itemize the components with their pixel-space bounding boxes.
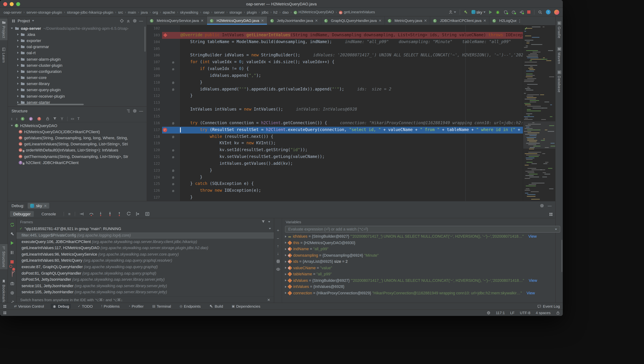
profiler-button[interactable] [511, 10, 516, 14]
fold-marker-icon[interactable] [172, 122, 174, 124]
drop-frame-icon[interactable] [126, 212, 131, 216]
pause-icon[interactable] [11, 249, 13, 256]
debug-button[interactable] [496, 10, 500, 14]
gutter-zone[interactable] [162, 93, 180, 100]
evaluate-expression-input[interactable]: Evaluate expression (⏎) or add a watch (… [285, 226, 560, 232]
step-out-icon[interactable] [117, 212, 122, 216]
editor-line-124[interactable]: 124 } [147, 174, 523, 181]
tree-folder-row[interactable]: exporter [8, 38, 147, 44]
toolwindow-button-build[interactable]: Build [208, 304, 225, 309]
settings-icon[interactable] [133, 19, 137, 23]
collapse-all-icon[interactable] [126, 19, 130, 23]
view-link[interactable]: View [528, 233, 537, 240]
chevron-down-icon[interactable] [11, 125, 13, 126]
tree-folder-row[interactable]: server-core [8, 74, 147, 80]
line-number[interactable]: 117 [147, 126, 162, 133]
editor-line-111[interactable]: 111 idValues.append("'").append(ids.get(… [147, 86, 523, 93]
editor-line-126[interactable]: 126 throw new IOException(e); [147, 188, 523, 194]
stripe-button-learn[interactable]: Learn [0, 46, 8, 64]
stripe-button-bookmarks[interactable]: Bookmarks [0, 278, 8, 306]
fold-marker-icon[interactable] [172, 149, 174, 152]
chevron-right-icon[interactable] [285, 236, 286, 238]
code-text[interactable] [180, 100, 523, 106]
duplicate-icon[interactable] [276, 259, 280, 264]
stop-icon[interactable] [11, 258, 14, 265]
code-text[interactable]: intValues.getValues().add(kv); [180, 160, 523, 167]
line-number[interactable]: 105 [147, 46, 162, 52]
code-text[interactable] [180, 113, 523, 120]
editor-line-115[interactable]: 115 [147, 113, 523, 120]
stripe-button-structure[interactable]: Structure [0, 244, 8, 269]
folder-icon[interactable] [21, 94, 25, 98]
chevron-right-icon[interactable] [17, 46, 19, 48]
gutter-zone[interactable] [162, 66, 180, 72]
gutter-zone[interactable] [162, 154, 180, 160]
stack-frame-row[interactable]: execute:87, GraphQLQueryHandler (org.apa… [17, 264, 274, 270]
structure-member-row[interactable]: morderWithDefault0(IntValues, List<Strin… [8, 147, 147, 153]
stack-frame-row[interactable]: service:101, JettyJsonHandler (org.apach… [17, 283, 274, 289]
lock-icon[interactable] [556, 311, 560, 315]
remove-watch-icon[interactable]: − [277, 236, 279, 240]
variable-row[interactable]: valueCName = "value" [282, 265, 563, 271]
fold-marker-icon[interactable] [172, 183, 174, 186]
gutter-zone[interactable] [162, 32, 180, 39]
gutter-zone[interactable] [162, 79, 180, 86]
code-text[interactable]: String tableName = ModelName.build(downs… [180, 38, 523, 46]
build-project-button[interactable] [463, 10, 468, 14]
gutter-zone[interactable] [162, 38, 180, 46]
show-execution-point-icon[interactable] [79, 212, 85, 216]
horizontal-scrollbar[interactable] [17, 104, 84, 105]
chevron-right-icon[interactable] [285, 248, 286, 250]
chevron-right-icon[interactable] [285, 267, 286, 269]
chevron-right-icon[interactable] [285, 273, 286, 275]
close-icon[interactable]: ✕ [261, 19, 264, 22]
close-icon[interactable]: ✕ [201, 19, 204, 22]
close-icon[interactable]: ✕ [315, 19, 318, 22]
variable-row[interactable]: connection = {HikariProxyConnection@6929… [282, 290, 563, 296]
settings-icon[interactable] [133, 109, 137, 113]
gutter-zone[interactable] [162, 86, 180, 93]
chevron-right-icon[interactable] [285, 292, 286, 294]
sort-alpha-icon[interactable]: ↕ [11, 117, 13, 120]
tree-folder-row[interactable]: oal-rt [8, 50, 147, 56]
stack-frame-row[interactable]: getLinearIntValues:60, MetricQuery (org.… [17, 258, 274, 264]
gutter-zone[interactable] [162, 25, 180, 32]
tree-folder-row[interactable]: server-configuration [8, 68, 147, 74]
code-text[interactable]: try (ResultSet resultSet = h2Client.exec… [180, 126, 523, 133]
line-number[interactable]: 112 [147, 93, 162, 100]
move-down-icon[interactable]: ↓ [277, 251, 279, 256]
editor-line-105[interactable]: 105 [147, 46, 523, 52]
fold-marker-icon[interactable] [172, 82, 174, 84]
code-text[interactable]: for (int valueIdx = 0; valueIdx < ids.si… [180, 59, 523, 66]
line-number[interactable]: 114 [147, 106, 162, 113]
hide-icon[interactable]: — [139, 19, 143, 23]
folder-icon[interactable] [21, 38, 25, 43]
editor-line-119[interactable]: 119 KVInt kv = new KVInt(); [147, 140, 523, 147]
debug-tw-icon[interactable] [53, 304, 57, 308]
stripe-button-gradle[interactable]: GGradle [556, 20, 563, 40]
editor-line-107[interactable]: 107 for (int valueIdx = 0; valueIdx < id… [147, 59, 523, 66]
method-breakpoint-icon[interactable] [163, 33, 167, 37]
editor-tab[interactable]: CMetricQuery.java✕ [385, 16, 430, 25]
toolwindow-button-dependencies[interactable]: ▣Dependencies [230, 304, 262, 309]
fold-marker-icon[interactable] [172, 61, 174, 64]
toolwindow-button-profiler[interactable]: ◔Profiler [127, 304, 145, 309]
code-text[interactable]: } [180, 79, 523, 86]
gutter-zone[interactable] [162, 147, 180, 154]
chevron-right-icon[interactable] [17, 34, 19, 36]
chevron-down-icon[interactable] [32, 20, 34, 22]
breadcrumb-item[interactable]: h2 [273, 10, 277, 14]
line-number[interactable]: 103 [147, 32, 162, 39]
gutter-zone[interactable] [162, 72, 180, 79]
stack-frame-row[interactable]: filter:445, Logger$PrivateConfig (org.ap… [17, 232, 274, 238]
gutter-zone[interactable] [162, 140, 180, 147]
chevron-right-icon[interactable] [17, 70, 19, 72]
stack-frame-row[interactable]: service:105, JettyJsonHandler (org.apach… [17, 289, 274, 296]
chevron-right-icon[interactable] [285, 286, 286, 288]
project-folder-icon[interactable] [15, 26, 19, 30]
editor-line-112[interactable]: 112 } [147, 93, 523, 100]
folder-icon[interactable] [2, 20, 6, 24]
settings-icon[interactable] [540, 204, 544, 208]
vertical-scrollbar[interactable] [561, 240, 562, 272]
chevron-down-icon[interactable] [11, 28, 13, 29]
